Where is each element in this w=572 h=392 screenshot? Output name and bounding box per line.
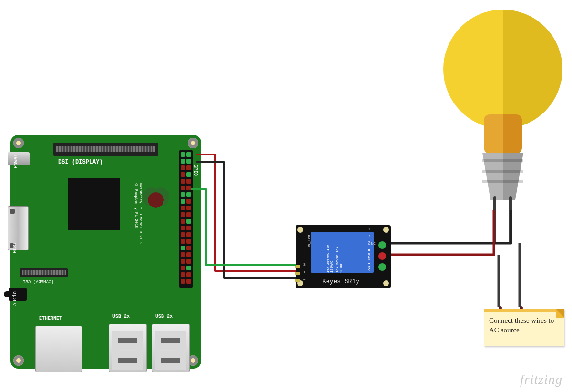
bulb-wire-icon	[493, 196, 496, 244]
relay-d1-label: D1	[366, 227, 371, 231]
sticky-note: Connect these wires to AC source	[484, 309, 564, 346]
mount-hole-icon	[13, 355, 24, 366]
bulb-wire-icon	[509, 196, 512, 244]
gpio-pin-icon	[181, 259, 185, 264]
relay-terminal-no-icon	[378, 263, 386, 271]
diagram-canvas: Power DSI (DISPLAY) GPIO Raspberry Pi 3 …	[0, 0, 572, 392]
mount-hole-icon	[188, 138, 198, 148]
gpio-pin-icon	[186, 259, 191, 264]
text-cursor-icon	[521, 326, 521, 334]
gpio-pin-icon	[186, 219, 191, 224]
gpio-pin-icon	[181, 192, 185, 197]
relay-terminal-com-icon	[378, 252, 386, 260]
gpio-pin-icon	[186, 266, 191, 270]
gpio-pin-icon	[186, 152, 191, 157]
ethernet-port-icon	[35, 326, 82, 372]
gpio-pin-icon	[181, 186, 185, 190]
gpio-pin-icon	[181, 199, 185, 204]
gpio-label: GPIO	[193, 165, 198, 176]
gpio-pin-icon	[181, 165, 185, 170]
gpio-header-icon	[179, 150, 193, 288]
usb-label-1: USB 2x	[112, 314, 130, 319]
relay-body-text-2: 10A 250VAC 10A 125VAC	[326, 237, 334, 273]
gpio-pin-icon	[181, 212, 185, 217]
gpio-pin-icon	[181, 172, 185, 177]
dsi-connector-icon	[53, 143, 158, 156]
gpio-pin-icon	[186, 159, 191, 164]
mount-hole-icon	[383, 280, 389, 286]
relay-vcc-label: +	[303, 270, 306, 274]
gpio-pin-icon	[186, 239, 191, 244]
gpio-pin-icon	[186, 252, 191, 257]
relay-input-pins	[293, 263, 302, 284]
gpio-pin-icon	[181, 272, 185, 277]
mount-hole-icon	[297, 227, 303, 233]
gpio-pin-icon	[186, 226, 191, 230]
usb-port-icon	[152, 324, 190, 372]
gpio-pin-icon	[181, 226, 185, 230]
mount-hole-icon	[383, 227, 389, 233]
usb-label-2: USB 2x	[155, 314, 173, 319]
relay-nc-label: NC	[371, 241, 376, 246]
gpio-pin-icon	[181, 232, 185, 237]
csi-connector-icon	[20, 268, 68, 277]
gpio-pin-icon	[181, 152, 185, 157]
relay-pin-gnd-icon	[295, 279, 300, 282]
gpio-pin-icon	[186, 246, 191, 250]
relay-gnd-label: −	[303, 278, 306, 282]
gpio-pin-icon	[186, 165, 191, 170]
gpio-pin-icon	[186, 272, 191, 277]
gpio-pin-icon	[186, 179, 191, 184]
gpio-pin-icon	[186, 212, 191, 217]
gpio-pin-icon	[186, 172, 191, 177]
hdmi-label: HDMI	[12, 242, 18, 253]
hdmi-port-icon	[8, 206, 29, 250]
gpio-pin-icon	[181, 179, 185, 184]
relay-pin-s-icon	[295, 265, 300, 268]
relay-module: ON_Led D1 SRD-05VDC-SL-C 10A 250VAC 10A …	[296, 225, 391, 288]
relay-terminal-nc-icon	[378, 241, 386, 249]
audio-label: Audio	[12, 291, 18, 306]
mount-hole-icon	[13, 138, 24, 148]
gpio-pin-icon	[186, 186, 191, 190]
gpio-pin-icon	[181, 266, 185, 270]
light-bulb-icon	[443, 10, 562, 238]
note-fold-icon	[556, 309, 564, 318]
gpio-pin-icon	[181, 279, 185, 284]
gpio-pin-icon	[186, 279, 191, 284]
raspberry-pi-board: Power DSI (DISPLAY) GPIO Raspberry Pi 3 …	[10, 135, 201, 369]
relay-body-text-3: 10A 30VDC 10A 28VDC	[336, 237, 343, 273]
audio-jack-icon	[9, 288, 27, 301]
relay-output-terminal	[377, 239, 388, 273]
usb-port-icon	[109, 324, 147, 372]
power-label: Power	[13, 154, 19, 168]
csi-label: (CAMERA) CSI	[23, 280, 54, 285]
micro-usb-power-icon	[8, 152, 30, 165]
note-text: Connect these wires to AC source	[489, 317, 554, 334]
relay-body-icon: SRD-05VDC-SL-C 10A 250VAC 10A 125VAC 10A…	[311, 232, 374, 273]
dsi-label: DSI (DISPLAY)	[58, 159, 103, 165]
gpio-pin-icon	[186, 192, 191, 197]
gpio-pin-icon	[181, 206, 185, 210]
gpio-pin-icon	[186, 206, 191, 210]
soc-chip-icon	[68, 178, 120, 230]
relay-s-label: S	[303, 262, 306, 267]
relay-pin-vcc-icon	[295, 272, 300, 275]
gpio-pin-icon	[181, 246, 185, 250]
relay-body-text-1: SRD-05VDC-SL-C	[367, 235, 372, 271]
board-silk-text: Raspberry Pi 3 Model B v1.2 © Raspberry …	[134, 183, 143, 245]
gpio-pin-icon	[186, 232, 191, 237]
fritzing-watermark: fritzing	[520, 372, 562, 387]
relay-module-name: Keyes_SR1y	[322, 278, 359, 285]
gpio-pin-icon	[186, 199, 191, 204]
ethernet-label: ETHERNET	[39, 316, 62, 321]
gpio-pin-icon	[181, 239, 185, 244]
gpio-pin-icon	[181, 252, 185, 257]
gpio-pin-icon	[181, 219, 185, 224]
gpio-pin-icon	[181, 159, 185, 164]
